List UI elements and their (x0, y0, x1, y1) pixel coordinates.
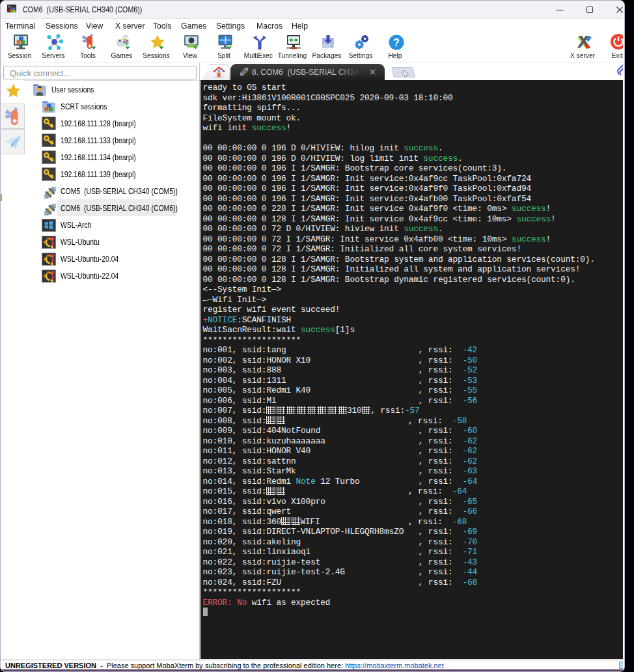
svg-text:?: ? (393, 37, 400, 48)
